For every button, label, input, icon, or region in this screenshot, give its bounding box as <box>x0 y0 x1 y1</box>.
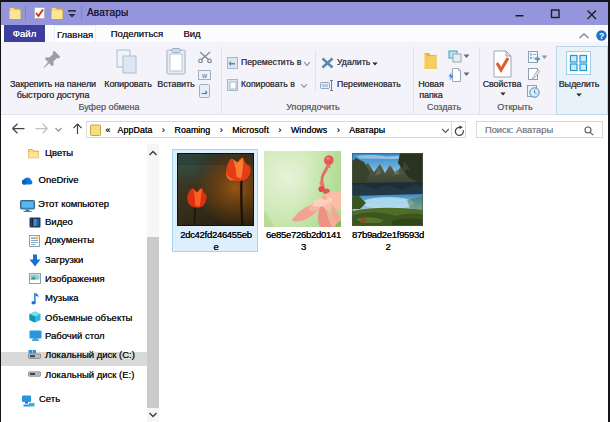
svg-text:?: ? <box>598 30 603 40</box>
svg-text:w: w <box>201 71 208 78</box>
